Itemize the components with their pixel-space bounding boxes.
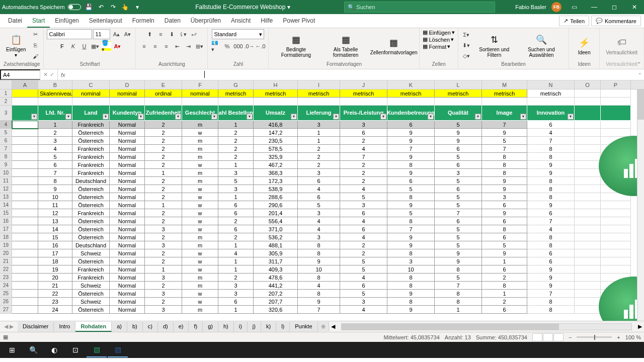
row-header[interactable]: 18	[0, 233, 12, 241]
font-size-input[interactable]	[93, 29, 110, 39]
cell[interactable]: Umsatz▼	[254, 106, 298, 121]
cell[interactable]: 3	[298, 209, 340, 217]
column-header[interactable]: B	[38, 80, 72, 89]
cell[interactable]	[601, 233, 631, 241]
merge-icon[interactable]: ⊞▾	[194, 41, 204, 51]
cell[interactable]	[482, 98, 527, 106]
cell[interactable]: Qualität▼	[435, 106, 482, 121]
cell[interactable]: Normal	[110, 177, 145, 185]
cell[interactable]	[12, 169, 38, 177]
cell[interactable]	[218, 98, 254, 106]
cell[interactable]	[12, 217, 38, 225]
cell[interactable]: 7	[435, 209, 482, 217]
row-header[interactable]: 20	[0, 249, 12, 257]
cell[interactable]: 201,4	[254, 209, 298, 217]
maximize-icon[interactable]: ◻	[607, 0, 622, 14]
save-icon[interactable]: 💾	[85, 3, 93, 11]
comma-icon[interactable]: 000	[233, 41, 243, 51]
cell[interactable]: 7	[482, 121, 527, 129]
cell[interactable]: Österreich	[72, 137, 110, 145]
cell[interactable]: Österreich	[72, 306, 110, 314]
cell[interactable]: 8	[527, 233, 575, 241]
cell[interactable]: 6	[482, 306, 527, 314]
cell[interactable]	[110, 98, 145, 106]
cell[interactable]: Normal	[110, 161, 145, 169]
cell[interactable]: 2	[145, 298, 182, 306]
cell[interactable]: Normal	[110, 233, 145, 241]
cell[interactable]: 4	[218, 249, 254, 257]
cell[interactable]: 9	[387, 241, 435, 249]
orientation-icon[interactable]: ⤹▾	[178, 29, 188, 39]
collapse-ribbon-icon[interactable]: ⌃	[637, 61, 641, 67]
cell[interactable]: 10	[38, 193, 72, 201]
cell[interactable]: nominal	[72, 89, 110, 98]
sheet-tab[interactable]: Disclaimer	[18, 322, 54, 332]
format-cells-button[interactable]: ▦ Format ▾	[423, 43, 450, 50]
cell-styles-button[interactable]: ▦Zellenformatvorlagen	[371, 35, 416, 56]
cell[interactable]: 2	[145, 257, 182, 265]
cell[interactable]: 2	[145, 185, 182, 193]
cell[interactable]: w	[182, 161, 218, 169]
cell[interactable]: w	[182, 249, 218, 257]
cell[interactable]: Österreich	[72, 129, 110, 137]
sheet-tab[interactable]: h)	[218, 322, 234, 332]
cell[interactable]: 18	[38, 257, 72, 265]
row-header[interactable]: 21	[0, 257, 12, 265]
cell[interactable]: 23	[38, 298, 72, 306]
menu-tab-datei[interactable]: Datei	[3, 15, 27, 27]
column-header[interactable]: O	[575, 80, 601, 89]
cell[interactable]	[12, 209, 38, 217]
cell[interactable]	[575, 169, 601, 177]
cell[interactable]: 8	[482, 169, 527, 177]
sheet-tab[interactable]: g)	[203, 322, 218, 332]
filter-icon[interactable]: ▼	[520, 114, 526, 120]
row-header[interactable]: 14	[0, 201, 12, 209]
cell[interactable]: 2	[340, 169, 387, 177]
cell[interactable]: 6	[435, 161, 482, 169]
align-left-icon[interactable]: ≡	[139, 41, 149, 51]
share-button[interactable]: ↗ Teilen	[559, 16, 589, 26]
cell[interactable]: 2	[145, 161, 182, 169]
format-painter-icon[interactable]: 🖌	[30, 51, 40, 61]
add-sheet-button[interactable]: ⊕	[318, 322, 329, 331]
row-header[interactable]: 6	[0, 137, 12, 145]
cell[interactable]	[12, 282, 38, 290]
cell[interactable]: 1	[218, 161, 254, 169]
row-header[interactable]: 5	[0, 129, 12, 137]
increase-font-icon[interactable]: A▴	[111, 29, 121, 39]
cell[interactable]: 24	[38, 306, 72, 314]
row-header[interactable]: 26	[0, 298, 12, 306]
row-header[interactable]: 15	[0, 209, 12, 217]
cell[interactable]: 2	[340, 137, 387, 145]
cell[interactable]: m	[182, 306, 218, 314]
cell[interactable]: 4	[298, 185, 340, 193]
page-break-view-icon[interactable]	[553, 333, 564, 341]
cell[interactable]: 9	[435, 249, 482, 257]
cell[interactable]: Normal	[110, 209, 145, 217]
cell[interactable]	[575, 282, 601, 290]
cell[interactable]	[575, 225, 601, 233]
cell[interactable]: 9	[527, 282, 575, 290]
cell[interactable]	[527, 98, 575, 106]
user-avatar[interactable]: FB	[551, 2, 561, 12]
cell[interactable]: 1	[482, 290, 527, 298]
cell[interactable]: 3	[298, 121, 340, 129]
cell[interactable]: 3	[435, 169, 482, 177]
cell[interactable]: nominal	[182, 89, 218, 98]
cell[interactable]: metrisch	[254, 89, 298, 98]
cell[interactable]	[72, 98, 110, 106]
cell[interactable]: 16	[38, 241, 72, 249]
font-name-input[interactable]	[47, 29, 92, 39]
cell[interactable]: 371,0	[254, 225, 298, 233]
cell[interactable]: 5	[435, 153, 482, 161]
cell[interactable]	[601, 217, 631, 225]
cell[interactable]	[601, 265, 631, 274]
align-top-icon[interactable]: ⬆	[144, 29, 154, 39]
cell[interactable]: 9	[387, 137, 435, 145]
cell[interactable]: 5	[340, 193, 387, 201]
cell[interactable]: 4	[340, 217, 387, 225]
cell[interactable]: Normal	[110, 249, 145, 257]
cell[interactable]: Kundentyp▼	[110, 106, 145, 121]
italic-icon[interactable]: K	[68, 41, 78, 51]
cell[interactable]: 6	[482, 233, 527, 241]
